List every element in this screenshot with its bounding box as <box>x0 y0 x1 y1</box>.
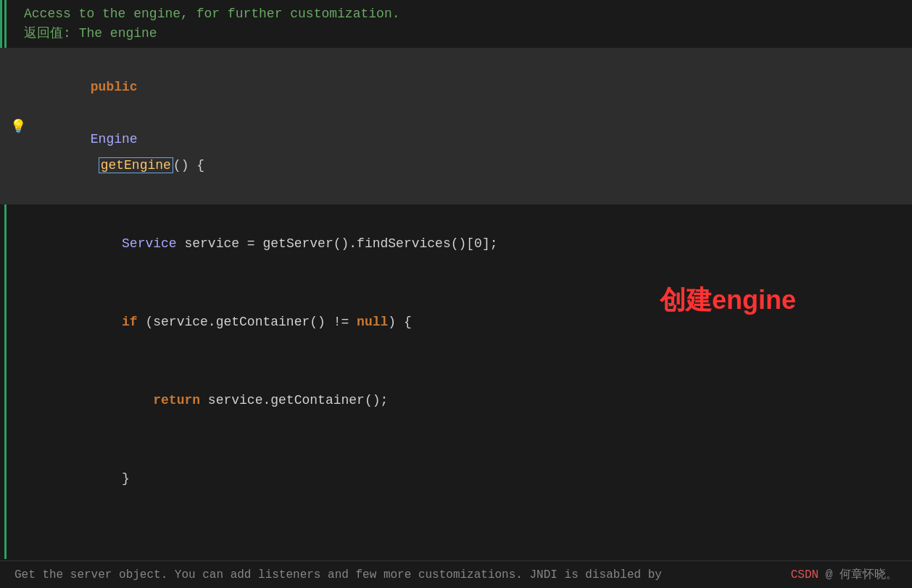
kw-if: if <box>122 315 138 329</box>
kw-return1: return <box>153 393 200 407</box>
bulb-icon: 💡 <box>10 118 26 134</box>
csdn-label: CSDN <box>791 568 818 581</box>
code-line-3: return service.getContainer(); <box>0 361 912 439</box>
return-line: 返回值: The engine <box>24 24 912 44</box>
code-container: Access to the engine, for further custom… <box>0 0 912 588</box>
bottom-attribution: CSDN @ 何章怀晓。 <box>791 567 898 582</box>
content-5 <box>36 518 51 544</box>
bottom-bar: Get the server object. You can add liste… <box>0 560 912 588</box>
at-symbol: @ <box>826 568 833 581</box>
code-line-4: } <box>0 439 912 518</box>
kw-null: null <box>357 315 388 329</box>
bottom-comment: Get the server object. You can add liste… <box>14 568 662 581</box>
line-gutter-bulb: 💡 <box>0 118 36 134</box>
code-line-5 <box>0 518 912 544</box>
keyword-public: public <box>91 80 138 94</box>
return-label: 返回值: <box>24 26 71 41</box>
content-1: Service service = getServer().findServic… <box>36 204 498 283</box>
author-name: 何章怀晓。 <box>840 568 898 581</box>
code-line-1: Service service = getServer().findServic… <box>0 204 912 283</box>
method-signature-content: public Engine getEngine() { <box>36 48 204 204</box>
content-3: return service.getContainer(); <box>36 361 388 439</box>
comment-line-1: Access to the engine, for further custom… <box>24 4 912 24</box>
return-type: Engine <box>91 132 138 146</box>
return-value: The engine <box>79 26 157 41</box>
content-4: } <box>36 439 130 518</box>
service-type: Service <box>122 236 177 251</box>
method-name-box: getEngine <box>99 157 173 173</box>
content-2: if (service.getContainer() != null) { <box>36 283 412 361</box>
method-signature-line: 💡 public Engine getEngine() { <box>0 48 912 204</box>
code-line-2: if (service.getContainer() != null) { <box>0 283 912 361</box>
top-comment-section: Access to the engine, for further custom… <box>0 0 912 48</box>
